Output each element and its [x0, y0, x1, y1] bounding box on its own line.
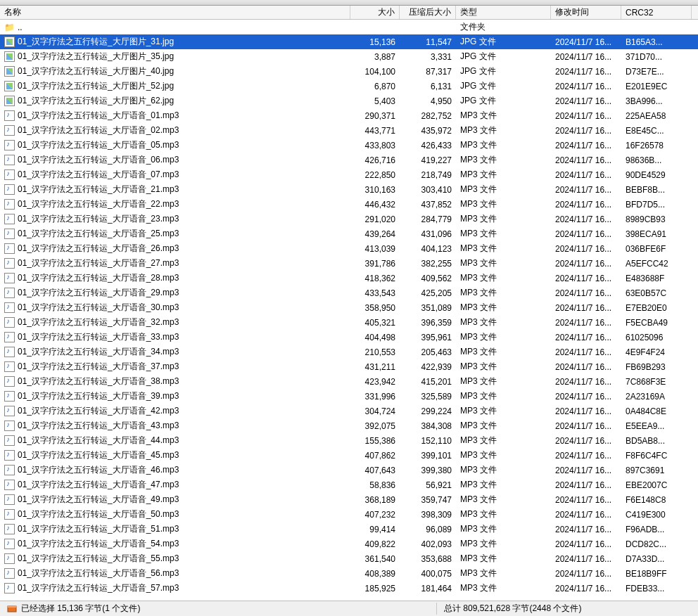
file-row[interactable]: 01_汉字疗法之五行转运_大厅语音_25.mp3439,264431,096MP…: [0, 226, 698, 241]
file-name: 01_汉字疗法之五行转运_大厅语音_33.mp3: [18, 331, 179, 343]
file-packed-size: 359,747: [400, 495, 456, 505]
file-row[interactable]: 01_汉字疗法之五行转运_大厅语音_38.mp3423,942415,201MP…: [0, 374, 698, 389]
file-row[interactable]: 01_汉字疗法之五行转运_大厅语音_23.mp3291,020284,779MP…: [0, 212, 698, 226]
mp3-file-icon: [4, 140, 15, 150]
file-row[interactable]: 01_汉字疗法之五行转运_大厅图片_31.jpg15,13611,547JPG …: [0, 34, 698, 49]
file-name: 01_汉字疗法之五行转运_大厅语音_49.mp3: [18, 494, 179, 506]
file-row[interactable]: 01_汉字疗法之五行转运_大厅语音_02.mp3443,771435,972MP…: [0, 123, 698, 138]
file-packed-size: 384,308: [400, 421, 456, 431]
file-row[interactable]: 01_汉字疗法之五行转运_大厅语音_22.mp3446,432437,852MP…: [0, 197, 698, 212]
file-row[interactable]: 01_汉字疗法之五行转运_大厅图片_52.jpg6,8706,131JPG 文件…: [0, 79, 698, 94]
file-row[interactable]: 01_汉字疗法之五行转运_大厅语音_50.mp3407,232398,309MP…: [0, 507, 698, 522]
file-size: 210,553: [350, 347, 400, 357]
file-row[interactable]: 01_汉字疗法之五行转运_大厅语音_28.mp3418,362409,562MP…: [0, 271, 698, 285]
file-crc: 2A23169A: [621, 392, 692, 402]
file-row[interactable]: 01_汉字疗法之五行转运_大厅语音_05.mp3433,803426,433MP…: [0, 138, 698, 153]
file-row[interactable]: 01_汉字疗法之五行转运_大厅语音_27.mp3391,786382,255MP…: [0, 256, 698, 271]
file-row[interactable]: 01_汉字疗法之五行转运_大厅图片_40.jpg104,10087,317JPG…: [0, 64, 698, 79]
col-header-type[interactable]: 类型: [456, 6, 551, 19]
file-row[interactable]: 01_汉字疗法之五行转运_大厅语音_34.mp3210,553205,463MP…: [0, 345, 698, 359]
file-size: 99,414: [350, 525, 400, 534]
file-size: 446,432: [350, 200, 400, 210]
file-crc: C419E300: [621, 510, 692, 520]
file-crc: 398ECA91: [621, 229, 692, 239]
file-row[interactable]: 01_汉字疗法之五行转运_大厅语音_32.mp3405,321396,359MP…: [0, 315, 698, 330]
mp3-file-icon: [4, 258, 15, 269]
file-row[interactable]: 01_汉字疗法之五行转运_大厅语音_57.mp3185,925181,464MP…: [0, 581, 698, 596]
file-row[interactable]: 01_汉字疗法之五行转运_大厅语音_06.mp3426,716419,227MP…: [0, 153, 698, 167]
parent-type: 文件夹: [456, 21, 551, 33]
file-row[interactable]: 01_汉字疗法之五行转运_大厅语音_30.mp3358,950351,089MP…: [0, 300, 698, 315]
file-mtime: 2024/11/7 16...: [551, 466, 621, 475]
file-name: 01_汉字疗法之五行转运_大厅图片_62.jpg: [18, 95, 174, 107]
file-name: 01_汉字疗法之五行转运_大厅语音_44.mp3: [18, 435, 179, 447]
file-crc: A5EFCC42: [621, 259, 692, 269]
file-name: 01_汉字疗法之五行转运_大厅语音_26.mp3: [18, 243, 179, 255]
file-packed-size: 395,961: [400, 333, 456, 342]
mp3-file-icon: [4, 553, 15, 564]
file-row[interactable]: 01_汉字疗法之五行转运_大厅语音_33.mp3404,498395,961MP…: [0, 330, 698, 345]
file-size: 408,389: [350, 569, 400, 579]
mp3-file-icon: [4, 539, 15, 549]
file-mtime: 2024/11/7 16...: [551, 480, 621, 490]
file-row[interactable]: 01_汉字疗法之五行转运_大厅语音_44.mp3155,386152,110MP…: [0, 433, 698, 448]
file-row[interactable]: 01_汉字疗法之五行转运_大厅语音_46.mp3407,643399,380MP…: [0, 463, 698, 477]
file-packed-size: 435,972: [400, 126, 456, 136]
file-crc: F96ADB...: [621, 525, 692, 534]
file-row[interactable]: 01_汉字疗法之五行转运_大厅语音_45.mp3407,862399,101MP…: [0, 448, 698, 463]
file-row[interactable]: 01_汉字疗法之五行转运_大厅语音_29.mp3433,543425,205MP…: [0, 285, 698, 300]
file-row[interactable]: 01_汉字疗法之五行转运_大厅语音_54.mp3409,822402,093MP…: [0, 537, 698, 551]
file-packed-size: 425,205: [400, 288, 456, 298]
mp3-file-icon: [4, 110, 15, 121]
file-mtime: 2024/11/7 16...: [551, 392, 621, 402]
file-size: 426,716: [350, 155, 400, 165]
file-name: 01_汉字疗法之五行转运_大厅图片_31.jpg: [18, 36, 174, 48]
file-row[interactable]: 01_汉字疗法之五行转运_大厅语音_49.mp3368,189359,747MP…: [0, 492, 698, 507]
file-row[interactable]: 01_汉字疗法之五行转运_大厅图片_62.jpg5,4034,950JPG 文件…: [0, 94, 698, 108]
file-mtime: 2024/11/7 16...: [551, 274, 621, 283]
file-packed-size: 218,749: [400, 170, 456, 180]
file-mtime: 2024/11/7 16...: [551, 584, 621, 593]
col-header-packed[interactable]: 压缩后大小: [400, 6, 456, 19]
col-header-name[interactable]: 名称: [0, 6, 350, 19]
file-list[interactable]: .. 文件夹 01_汉字疗法之五行转运_大厅图片_31.jpg15,13611,…: [0, 20, 698, 601]
file-mtime: 2024/11/7 16...: [551, 185, 621, 195]
col-header-size[interactable]: 大小: [350, 6, 400, 19]
file-packed-size: 399,380: [400, 466, 456, 475]
file-row[interactable]: 01_汉字疗法之五行转运_大厅语音_01.mp3290,371282,752MP…: [0, 108, 698, 123]
file-size: 404,498: [350, 333, 400, 342]
file-row[interactable]: 01_汉字疗法之五行转运_大厅图片_35.jpg3,8873,331JPG 文件…: [0, 49, 698, 64]
col-header-crc[interactable]: CRC32: [621, 6, 692, 19]
file-type: MP3 文件: [456, 567, 551, 579]
file-mtime: 2024/11/7 16...: [551, 37, 621, 47]
file-row[interactable]: 01_汉字疗法之五行转运_大厅语音_56.mp3408,389400,075MP…: [0, 566, 698, 581]
file-name: 01_汉字疗法之五行转运_大厅语音_06.mp3: [18, 154, 179, 166]
file-size: 361,540: [350, 554, 400, 564]
file-row[interactable]: 01_汉字疗法之五行转运_大厅语音_07.mp3222,850218,749MP…: [0, 167, 698, 182]
file-row[interactable]: 01_汉字疗法之五行转运_大厅语音_39.mp3331,996325,589MP…: [0, 389, 698, 404]
file-row[interactable]: 01_汉字疗法之五行转运_大厅语音_43.mp3392,075384,308MP…: [0, 418, 698, 433]
file-crc: 7C868F3E: [621, 377, 692, 387]
file-type: MP3 文件: [456, 243, 551, 255]
file-row[interactable]: 01_汉字疗法之五行转运_大厅语音_47.mp358,83656,921MP3 …: [0, 477, 698, 492]
file-size: 331,996: [350, 392, 400, 402]
file-row[interactable]: 01_汉字疗法之五行转运_大厅语音_51.mp399,41496,089MP3 …: [0, 522, 698, 537]
file-row[interactable]: 01_汉字疗法之五行转运_大厅语音_42.mp3304,724299,224MP…: [0, 404, 698, 418]
file-type: MP3 文件: [456, 139, 551, 151]
file-packed-size: 400,075: [400, 569, 456, 579]
file-size: 407,643: [350, 466, 400, 475]
file-packed-size: 426,433: [400, 141, 456, 150]
file-row[interactable]: 01_汉字疗法之五行转运_大厅语音_21.mp3310,163303,410MP…: [0, 182, 698, 197]
file-size: 392,075: [350, 421, 400, 431]
mp3-file-icon: [4, 155, 15, 165]
file-row[interactable]: 01_汉字疗法之五行转运_大厅语音_37.mp3431,211422,939MP…: [0, 359, 698, 374]
file-row[interactable]: 01_汉字疗法之五行转运_大厅语音_55.mp3361,540353,688MP…: [0, 551, 698, 566]
file-crc: BFD7D5...: [621, 200, 692, 210]
file-packed-size: 152,110: [400, 436, 456, 446]
file-row[interactable]: 01_汉字疗法之五行转运_大厅语音_26.mp3413,039404,123MP…: [0, 241, 698, 256]
mp3-file-icon: [4, 288, 15, 298]
parent-folder-row[interactable]: .. 文件夹: [0, 20, 698, 34]
col-header-mtime[interactable]: 修改时间: [551, 6, 621, 19]
file-crc: B165A3...: [621, 37, 692, 47]
file-type: MP3 文件: [456, 213, 551, 225]
